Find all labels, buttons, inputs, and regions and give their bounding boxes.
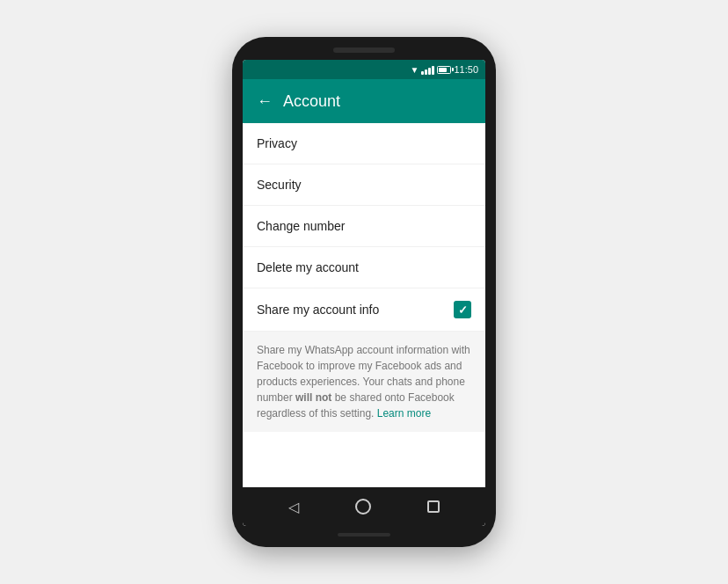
menu-item-change-number-label: Change number	[257, 219, 345, 233]
status-icons: ▼ 11:50	[411, 64, 478, 75]
status-bar: ▼ 11:50	[243, 60, 485, 79]
battery-icon	[437, 66, 451, 74]
nav-back-button[interactable]: ◁	[288, 499, 299, 515]
menu-item-privacy-label: Privacy	[257, 136, 297, 150]
menu-item-share-account-info[interactable]: Share my account info ✓	[243, 288, 485, 332]
share-account-checkbox[interactable]: ✓	[454, 301, 471, 318]
checkbox-check-icon: ✓	[458, 303, 468, 317]
menu-item-delete-account[interactable]: Delete my account	[243, 247, 485, 288]
signal-icon	[421, 64, 434, 75]
description-bold-text: will not	[295, 391, 331, 404]
phone-bottom-bar	[338, 533, 390, 537]
wifi-icon: ▼	[411, 65, 419, 75]
phone-screen: ▼ 11:50 ← Account	[243, 60, 485, 526]
nav-home-button[interactable]	[355, 499, 371, 515]
menu-item-security-label: Security	[257, 178, 302, 192]
menu-item-change-number[interactable]: Change number	[243, 206, 485, 247]
phone-speaker	[333, 47, 395, 53]
content-area: Privacy Security Change number Delete my…	[243, 123, 485, 487]
status-time: 11:50	[454, 64, 478, 75]
back-button[interactable]: ←	[257, 92, 273, 111]
nav-bar: ◁	[243, 487, 485, 526]
description-box: Share my WhatsApp account information wi…	[243, 332, 485, 432]
menu-item-delete-account-label: Delete my account	[257, 260, 359, 274]
page-title: Account	[283, 92, 340, 111]
learn-more-link[interactable]: Learn more	[377, 407, 431, 420]
menu-item-privacy[interactable]: Privacy	[243, 123, 485, 164]
app-bar: ← Account	[243, 79, 485, 123]
phone-frame: ▼ 11:50 ← Account	[232, 37, 496, 547]
share-account-label: Share my account info	[257, 303, 379, 317]
nav-recent-button[interactable]	[427, 500, 440, 513]
menu-item-security[interactable]: Security	[243, 164, 485, 206]
